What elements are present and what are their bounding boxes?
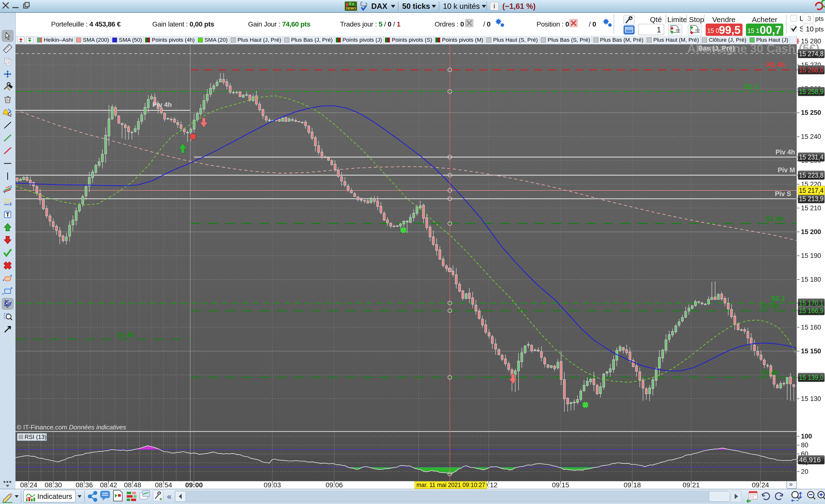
svg-text:mar. 11 mai 2021 09:10:27: mar. 11 mai 2021 09:10:27: [417, 481, 485, 489]
svg-text:Piv M: Piv M: [777, 166, 795, 174]
svg-text:08:36: 08:36: [76, 481, 93, 489]
svg-text:09:24: 09:24: [752, 481, 769, 489]
svg-text:15 231,4: 15 231,4: [799, 153, 824, 161]
svg-text:15 190: 15 190: [801, 252, 821, 259]
svg-text:15 250: 15 250: [801, 109, 821, 116]
svg-text:15 210: 15 210: [801, 204, 821, 212]
svg-text:09:06: 09:06: [325, 481, 343, 489]
svg-text:100: 100: [801, 433, 812, 440]
svg-text:46,916: 46,916: [799, 456, 821, 464]
svg-text:© IT-Finance.com Données indic: © IT-Finance.com Données indicatives: [17, 424, 126, 431]
svg-text:S2 J: S2 J: [771, 295, 785, 302]
svg-text:S1 J: S1 J: [744, 83, 757, 90]
svg-text:S2 4h: S2 4h: [761, 302, 779, 310]
svg-text:15 240: 15 240: [801, 133, 821, 140]
svg-text:08:24: 08:24: [20, 481, 37, 489]
svg-text:15 200: 15 200: [801, 228, 821, 236]
svg-text:09:00: 09:00: [185, 481, 203, 489]
svg-text:15 280: 15 280: [801, 37, 821, 45]
svg-text:08:42: 08:42: [100, 481, 117, 489]
svg-text:15 223,8: 15 223,8: [799, 171, 824, 179]
svg-text:Piv 4h: Piv 4h: [775, 149, 795, 156]
svg-text:08:54: 08:54: [155, 481, 172, 489]
svg-text:15 258,9: 15 258,9: [799, 88, 824, 95]
svg-text:15 180: 15 180: [801, 276, 821, 283]
svg-text:09:03: 09:03: [264, 481, 281, 489]
svg-text:15 150: 15 150: [801, 347, 821, 355]
svg-text:15 139,0: 15 139,0: [799, 373, 824, 381]
svg-text:15 274,8: 15 274,8: [799, 50, 824, 58]
svg-text:R1 4h: R1 4h: [766, 61, 785, 69]
svg-text:S3 4h: S3 4h: [761, 369, 779, 376]
svg-text:Piv 4h: Piv 4h: [152, 101, 172, 108]
svg-text:09:15: 09:15: [552, 481, 569, 489]
svg-text:08:48: 08:48: [124, 481, 141, 489]
svg-text:Piv S: Piv S: [775, 190, 791, 197]
svg-text:08:30: 08:30: [45, 481, 62, 489]
svg-text:09:21: 09:21: [683, 481, 700, 489]
svg-text:15 268,0: 15 268,0: [799, 66, 824, 74]
svg-text:20: 20: [801, 468, 808, 475]
svg-text:15 217,4: 15 217,4: [799, 186, 824, 194]
svg-text:15 130: 15 130: [801, 395, 821, 402]
svg-text:15 160: 15 160: [801, 324, 821, 331]
svg-text:09:18: 09:18: [624, 481, 641, 489]
svg-text:15 170,1: 15 170,1: [799, 299, 824, 307]
svg-text:15 213,9: 15 213,9: [799, 195, 824, 203]
svg-text:RSI (13): RSI (13): [24, 434, 47, 440]
svg-text:Bas (J, Pré): Bas (J, Pré): [698, 45, 735, 52]
svg-text:15 166,9: 15 166,9: [799, 307, 824, 315]
svg-text:S1 4h: S1 4h: [117, 331, 135, 339]
svg-text:S1 4h: S1 4h: [766, 215, 783, 223]
svg-text:80: 80: [801, 441, 808, 449]
